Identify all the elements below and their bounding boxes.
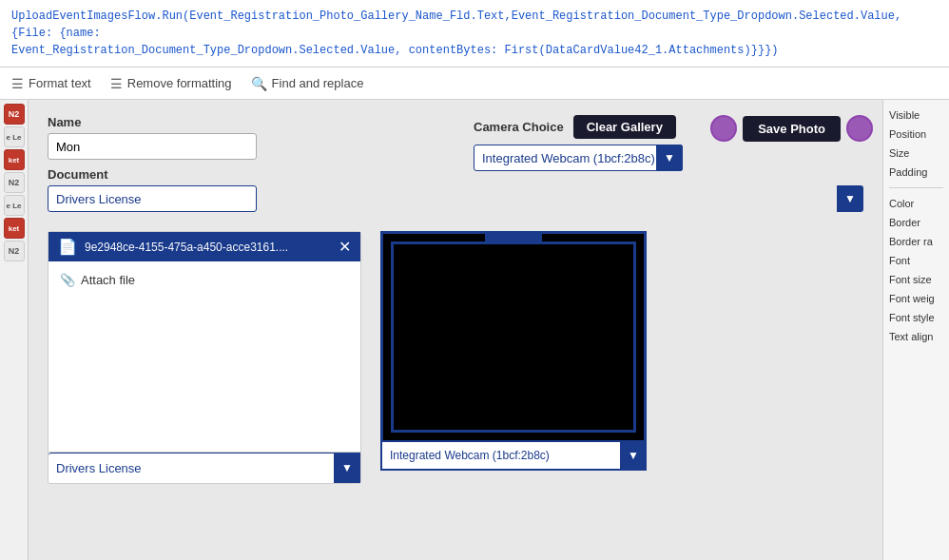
sidebar-item-4[interactable]: N2 — [4, 172, 25, 193]
file-icon: 📄 — [58, 238, 77, 256]
camera-select-wrapper: Integrated Webcam (1bcf:2b8c) ▼ — [474, 145, 683, 171]
code-editor[interactable]: UploadEventImagesFlow.Run(Event_Registra… — [0, 0, 949, 68]
sidebar-item-2[interactable]: e Le — [4, 126, 25, 147]
document-select-arrow: ▼ — [837, 185, 863, 212]
sidebar-item-3[interactable]: ket — [4, 149, 25, 170]
find-replace-button[interactable]: 🔍 Find and replace — [251, 76, 364, 91]
prop-divider-1 — [889, 187, 943, 188]
camera-preview — [380, 231, 647, 440]
clear-gallery-button[interactable]: Clear Gallery — [573, 115, 676, 139]
file-document-select[interactable]: Drivers License — [48, 453, 360, 483]
sidebar-item-1[interactable]: N2 — [4, 104, 25, 125]
remove-format-icon: ☰ — [110, 76, 123, 91]
filename-text: 9e2948ce-4155-475a-a450-acce3161.... — [85, 241, 288, 254]
prop-position[interactable]: Position — [889, 126, 943, 142]
name-input[interactable] — [48, 133, 257, 160]
prop-size[interactable]: Size — [889, 145, 943, 161]
code-line1: UploadEventImagesFlow.Run(Event_Registra… — [11, 10, 901, 40]
prop-font[interactable]: Font — [889, 253, 943, 268]
file-panel-header: 📄 9e2948ce-4155-475a-a450-acce3161.... ✕ — [48, 232, 360, 261]
left-sidebar: N2 e Le ket N2 e Le ket N2 — [0, 100, 29, 560]
prop-color[interactable]: Color — [889, 196, 943, 211]
prop-visible[interactable]: Visible — [889, 107, 943, 123]
camera-panel: Integrated Webcam (1bcf:2b8c) ▼ — [380, 231, 647, 484]
attach-file-label: Attach file — [81, 273, 135, 287]
prop-border-radius[interactable]: Border ra — [889, 234, 943, 249]
sidebar-item-5[interactable]: e Le — [4, 195, 25, 216]
circle-button-left[interactable] — [710, 115, 737, 142]
camera-choice-section: Camera Choice Clear Gallery Integrated W… — [474, 115, 683, 171]
file-panel: 📄 9e2948ce-4155-475a-a450-acce3161.... ✕… — [48, 231, 361, 484]
main-layout: N2 e Le ket N2 e Le ket N2 Save Photo Ca… — [0, 100, 949, 560]
document-label: Document — [48, 167, 863, 182]
camera-inner — [391, 241, 636, 433]
panels-row: 📄 9e2948ce-4155-475a-a450-acce3161.... ✕… — [48, 231, 863, 484]
prop-font-size[interactable]: Font size — [889, 272, 943, 287]
find-replace-label: Find and replace — [272, 76, 364, 90]
remove-formatting-button[interactable]: ☰ Remove formatting — [110, 76, 232, 91]
remove-formatting-label: Remove formatting — [127, 76, 232, 90]
sidebar-item-7[interactable]: N2 — [4, 241, 25, 261]
paperclip-icon: 📎 — [60, 273, 75, 287]
search-icon: 🔍 — [251, 76, 267, 91]
document-select[interactable]: Drivers License — [48, 185, 257, 212]
circle-button-right[interactable] — [846, 115, 873, 142]
camera-select[interactable]: Integrated Webcam (1bcf:2b8c) — [474, 145, 683, 171]
right-panel: Visible Position Size Padding Color Bord… — [882, 100, 949, 560]
file-panel-header-left: 📄 9e2948ce-4155-475a-a450-acce3161.... — [58, 238, 288, 256]
camera-choice-label: Camera Choice — [474, 120, 564, 134]
document-field-group: Document Drivers License ▼ — [48, 167, 863, 212]
center-content: Save Photo Camera Choice Clear Gallery I… — [29, 100, 882, 560]
file-panel-body: 📎 Attach file — [48, 261, 360, 452]
prop-text-align[interactable]: Text align — [889, 329, 943, 344]
camera-bottom-select-wrapper: Integrated Webcam (1bcf:2b8c) ▼ — [380, 440, 647, 471]
file-panel-close-button[interactable]: ✕ — [339, 240, 351, 255]
sidebar-item-6[interactable]: ket — [4, 218, 25, 239]
camera-bottom-select[interactable]: Integrated Webcam (1bcf:2b8c) — [380, 440, 647, 471]
prop-padding[interactable]: Padding — [889, 164, 943, 180]
file-document-select-wrapper: Drivers License ▼ — [48, 453, 360, 483]
code-line2: Event_Registration_Document_Type_Dropdow… — [11, 44, 779, 57]
format-icon: ☰ — [11, 76, 24, 91]
prop-font-weight[interactable]: Font weig — [889, 291, 943, 306]
format-text-button[interactable]: ☰ Format text — [11, 76, 91, 91]
save-photo-button[interactable]: Save Photo — [743, 116, 841, 142]
document-select-wrapper: Drivers License ▼ — [48, 185, 863, 212]
top-right-controls: Save Photo — [710, 115, 873, 142]
prop-border[interactable]: Border — [889, 215, 943, 230]
attach-file-button[interactable]: 📎 Attach file — [60, 273, 135, 287]
toolbar: ☰ Format text ☰ Remove formatting 🔍 Find… — [0, 68, 949, 100]
format-label: Format text — [29, 76, 91, 90]
file-panel-footer: Drivers License ▼ — [48, 452, 360, 483]
prop-font-style[interactable]: Font style — [889, 310, 943, 325]
